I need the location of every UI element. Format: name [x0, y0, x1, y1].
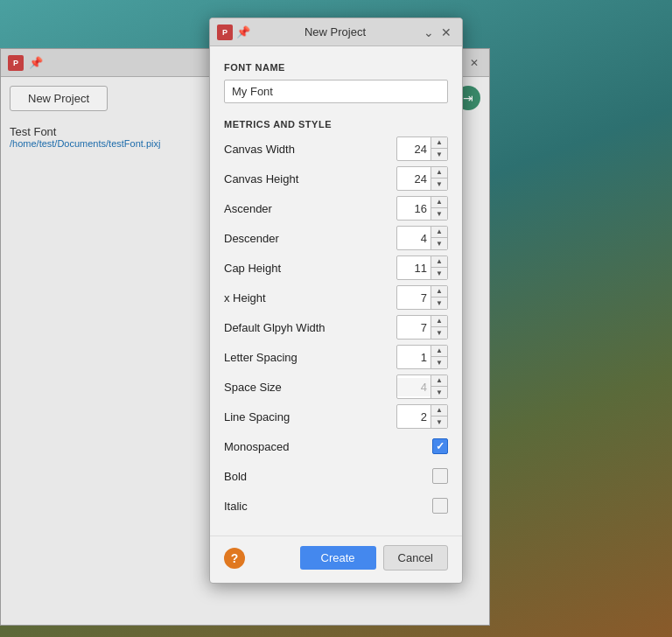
- font-name-input[interactable]: [224, 80, 448, 103]
- spinner-down-space_size[interactable]: ▼: [431, 387, 447, 398]
- metric-label-default_glyph_width: Default Glpyh Width: [224, 321, 396, 334]
- spinner-down-canvas_height[interactable]: ▼: [431, 178, 447, 190]
- metric-input-line_spacing[interactable]: [397, 408, 430, 426]
- checkbox-italic[interactable]: [432, 498, 448, 514]
- metric-row-x_height: x Height▲▼: [224, 285, 448, 310]
- metric-row-letter_spacing: Letter Spacing▲▼: [224, 345, 448, 369]
- metric-row-space_size: Space Size▲▼: [224, 374, 448, 399]
- spinner-up-cap_height[interactable]: ▲: [431, 256, 447, 268]
- spinner-space_size: ▲▼: [430, 375, 447, 398]
- spinner-default_glyph_width: ▲▼: [430, 316, 447, 339]
- metric-row-descender: Descender▲▼: [224, 226, 448, 250]
- spinner-ascender: ▲▼: [430, 197, 447, 220]
- dialog-pin-icon: 📌: [236, 25, 250, 38]
- spinner-up-space_size[interactable]: ▲: [431, 375, 447, 387]
- metric-input-wrap-canvas_width: ▲▼: [396, 136, 448, 161]
- metric-input-descender[interactable]: [397, 229, 430, 248]
- metric-row-cap_height: Cap Height▲▼: [224, 256, 448, 280]
- spinner-up-letter_spacing[interactable]: ▲: [431, 346, 447, 357]
- metric-input-ascender[interactable]: [397, 200, 430, 218]
- spinner-down-x_height[interactable]: ▼: [431, 298, 447, 309]
- metric-label-x_height: x Height: [224, 291, 396, 304]
- metric-input-wrap-line_spacing: ▲▼: [396, 404, 448, 429]
- metric-input-canvas_height[interactable]: [397, 170, 430, 188]
- checkbox-label-bold: Bold: [224, 470, 432, 483]
- checkbox-row-monospaced: Monospaced: [224, 434, 448, 458]
- cancel-button[interactable]: Cancel: [383, 545, 448, 570]
- metric-input-wrap-x_height: ▲▼: [396, 285, 448, 310]
- spinner-canvas_height: ▲▼: [430, 167, 447, 190]
- dialog-titlebar-icons: P 📌: [217, 24, 250, 40]
- checkbox-rows-container: MonospacedBoldItalic: [224, 434, 448, 518]
- metric-input-canvas_width[interactable]: [397, 140, 430, 158]
- dialog-overlay: P 📌 New Project ⌄ ✕ FONT NAME METRICS AN…: [0, 0, 672, 637]
- spinner-up-descender[interactable]: ▲: [431, 227, 447, 238]
- metric-label-canvas_width: Canvas Width: [224, 143, 396, 156]
- metric-row-ascender: Ascender▲▼: [224, 196, 448, 220]
- spinner-descender: ▲▼: [430, 227, 447, 249]
- metric-input-wrap-default_glyph_width: ▲▼: [396, 315, 448, 340]
- metric-row-line_spacing: Line Spacing▲▼: [224, 404, 448, 429]
- dialog-title: New Project: [250, 25, 420, 38]
- metric-input-wrap-space_size: ▲▼: [396, 374, 448, 399]
- checkbox-monospaced[interactable]: [432, 438, 448, 454]
- spinner-cap_height: ▲▼: [430, 256, 447, 279]
- metric-input-x_height[interactable]: [397, 289, 430, 307]
- dialog-app-icon: P: [217, 24, 233, 40]
- spinner-down-descender[interactable]: ▼: [431, 238, 447, 249]
- spinner-down-line_spacing[interactable]: ▼: [431, 416, 447, 428]
- metric-input-wrap-canvas_height: ▲▼: [396, 166, 448, 191]
- spinner-up-default_glyph_width[interactable]: ▲: [431, 316, 447, 327]
- dialog-close-icon[interactable]: ✕: [438, 24, 455, 41]
- spinner-up-line_spacing[interactable]: ▲: [431, 405, 447, 416]
- metric-label-descender: Descender: [224, 232, 396, 245]
- metric-row-canvas_width: Canvas Width▲▼: [224, 136, 448, 161]
- metric-label-ascender: Ascender: [224, 202, 396, 215]
- checkbox-label-italic: Italic: [224, 500, 432, 513]
- dialog-titlebar: P 📌 New Project ⌄ ✕: [210, 18, 462, 46]
- spinner-up-x_height[interactable]: ▲: [431, 286, 447, 298]
- spinner-up-canvas_width[interactable]: ▲: [431, 137, 447, 149]
- spinner-line_spacing: ▲▼: [430, 405, 447, 428]
- spinner-up-canvas_height[interactable]: ▲: [431, 167, 447, 178]
- metric-label-canvas_height: Canvas Height: [224, 172, 396, 186]
- create-button[interactable]: Create: [300, 546, 376, 570]
- metric-input-default_glyph_width[interactable]: [397, 318, 430, 337]
- footer-help-button[interactable]: ?: [224, 548, 245, 569]
- metric-label-line_spacing: Line Spacing: [224, 410, 396, 424]
- checkbox-bold[interactable]: [432, 468, 448, 484]
- metric-row-canvas_height: Canvas Height▲▼: [224, 166, 448, 191]
- spinner-x_height: ▲▼: [430, 286, 447, 309]
- metric-rows-container: Canvas Width▲▼Canvas Height▲▼Ascender▲▼D…: [224, 136, 448, 429]
- metric-input-cap_height[interactable]: [397, 259, 430, 277]
- spinner-down-canvas_width[interactable]: ▼: [431, 149, 447, 160]
- metric-input-letter_spacing[interactable]: [397, 348, 430, 367]
- spinner-letter_spacing: ▲▼: [430, 346, 447, 368]
- dialog-body: FONT NAME METRICS AND STYLE Canvas Width…: [210, 46, 462, 536]
- checkbox-label-monospaced: Monospaced: [224, 440, 432, 453]
- metric-label-space_size: Space Size: [224, 381, 396, 394]
- metric-input-wrap-descender: ▲▼: [396, 226, 448, 250]
- spinner-down-default_glyph_width[interactable]: ▼: [431, 327, 447, 339]
- spinner-canvas_width: ▲▼: [430, 137, 447, 160]
- metric-label-cap_height: Cap Height: [224, 262, 396, 275]
- spinner-down-ascender[interactable]: ▼: [431, 208, 447, 220]
- metric-input-wrap-ascender: ▲▼: [396, 196, 448, 220]
- checkbox-row-italic: Italic: [224, 494, 448, 518]
- metric-row-default_glyph_width: Default Glpyh Width▲▼: [224, 315, 448, 340]
- metric-input-wrap-cap_height: ▲▼: [396, 256, 448, 280]
- metrics-section-label: METRICS AND STYLE: [224, 119, 448, 130]
- metric-input-space_size[interactable]: [397, 378, 430, 396]
- dialog-minimize-icon[interactable]: ⌄: [420, 24, 438, 41]
- dialog-footer: ? Create Cancel: [210, 536, 462, 583]
- spinner-down-letter_spacing[interactable]: ▼: [431, 357, 447, 368]
- metric-input-wrap-letter_spacing: ▲▼: [396, 345, 448, 369]
- spinner-up-ascender[interactable]: ▲: [431, 197, 447, 208]
- spinner-down-cap_height[interactable]: ▼: [431, 268, 447, 279]
- checkbox-row-bold: Bold: [224, 464, 448, 488]
- new-project-dialog: P 📌 New Project ⌄ ✕ FONT NAME METRICS AN…: [209, 18, 463, 584]
- font-name-section-label: FONT NAME: [224, 62, 448, 73]
- metric-label-letter_spacing: Letter Spacing: [224, 351, 396, 364]
